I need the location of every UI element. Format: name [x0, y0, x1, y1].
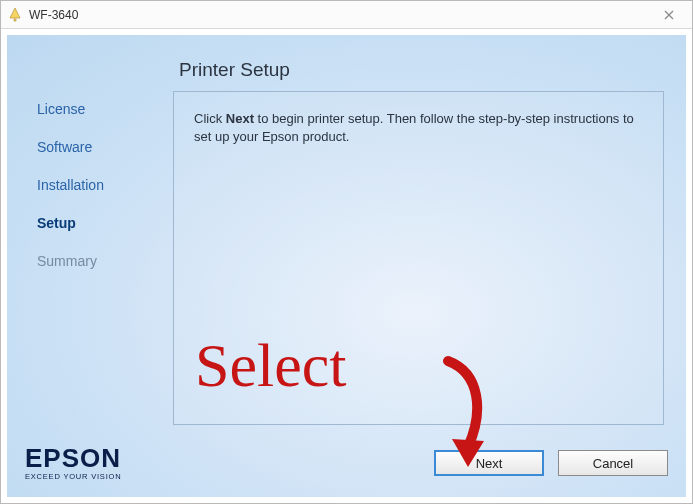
window-title: WF-3640: [29, 8, 78, 22]
instruction-text: Click Next to begin printer setup. Then …: [194, 110, 643, 145]
step-setup: Setup: [37, 215, 169, 231]
step-license: License: [37, 101, 169, 117]
cancel-button[interactable]: Cancel: [558, 450, 668, 476]
instruction-suffix: to begin printer setup. Then follow the …: [194, 111, 634, 144]
main-panel: Printer Setup Click Next to begin printe…: [169, 45, 674, 437]
svg-point-0: [14, 18, 16, 20]
content-box: Click Next to begin printer setup. Then …: [173, 91, 664, 425]
titlebar: WF-3640: [1, 1, 692, 29]
brand-logo: EPSON EXCEED YOUR VISION: [25, 445, 121, 481]
next-button[interactable]: Next: [434, 450, 544, 476]
installer-window: WF-3640 License Software Installation Se…: [0, 0, 693, 504]
step-summary: Summary: [37, 253, 169, 269]
brand-tagline: EXCEED YOUR VISION: [25, 473, 121, 481]
client-area: License Software Installation Setup Summ…: [7, 35, 686, 497]
page-title: Printer Setup: [179, 59, 674, 81]
app-icon: [7, 7, 23, 23]
wizard-steps: License Software Installation Setup Summ…: [19, 45, 169, 437]
step-installation: Installation: [37, 177, 169, 193]
brand-name: EPSON: [25, 445, 121, 471]
step-software: Software: [37, 139, 169, 155]
instruction-prefix: Click: [194, 111, 226, 126]
close-button[interactable]: [652, 4, 686, 26]
footer: EPSON EXCEED YOUR VISION Next Cancel: [7, 437, 686, 497]
instruction-bold: Next: [226, 111, 254, 126]
